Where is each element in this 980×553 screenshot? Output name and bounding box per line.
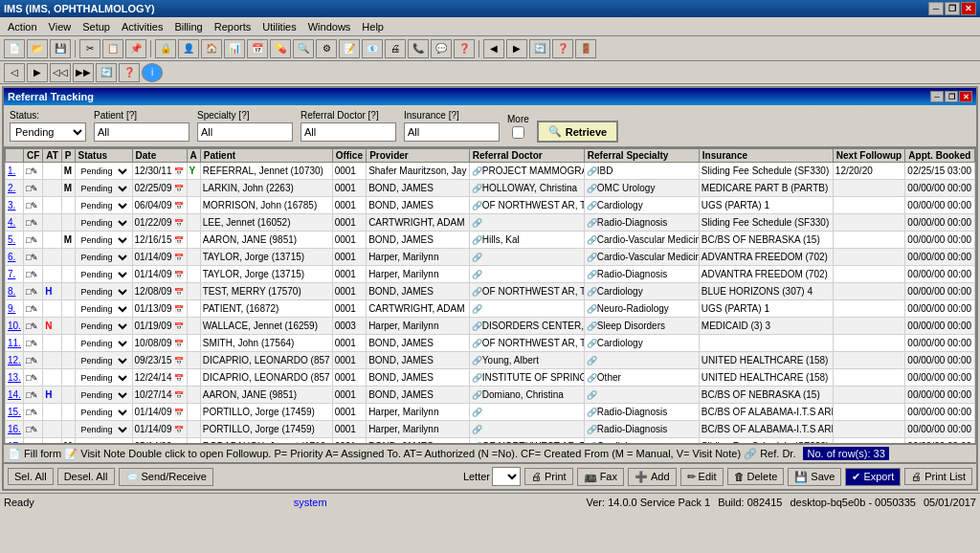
row-num-cell[interactable]: 1. xyxy=(6,163,24,180)
tb-btn12[interactable]: 📞 xyxy=(408,39,429,58)
tb2-btn1[interactable]: ◁ xyxy=(4,63,25,82)
restore-btn[interactable]: ❐ xyxy=(945,2,960,15)
tb2-btn2[interactable]: ▶ xyxy=(27,63,48,82)
status-dropdown[interactable]: Pending xyxy=(78,269,130,280)
fill-form-icon[interactable]: 📄 xyxy=(8,448,21,459)
status-dropdown[interactable]: Pending xyxy=(78,166,130,177)
send-receive-button[interactable]: 📨 Send/Receive xyxy=(119,468,214,486)
menu-view[interactable]: View xyxy=(43,19,78,34)
tb-btn1[interactable]: 🔒 xyxy=(155,39,176,58)
table-row[interactable]: 4. □✎ Pending 01/22/09 📅 LEE, Jennet (16… xyxy=(6,214,975,232)
table-row[interactable]: 9. □✎ Pending 01/13/09 📅 PATIENT, (16872… xyxy=(6,300,975,318)
visit-note-icon[interactable]: 📝 xyxy=(64,448,78,459)
table-row[interactable]: 8. □✎ H Pending 12/08/09 📅 TEST, MERRY (… xyxy=(6,283,975,300)
tb-btn3[interactable]: 🏠 xyxy=(201,39,222,58)
table-row[interactable]: 7. □✎ Pending 01/14/09 📅 TAYLOR, Jorge (… xyxy=(6,266,975,283)
tb-forward[interactable]: ▶ xyxy=(506,39,527,58)
print-list-button[interactable]: 🖨 Print List xyxy=(904,468,972,485)
tb-btn7[interactable]: 🔍 xyxy=(293,39,314,58)
status-dropdown[interactable]: Pending xyxy=(78,355,130,366)
tb-open[interactable]: 📂 xyxy=(27,39,48,58)
window-restore[interactable]: ❐ xyxy=(945,91,958,102)
tb-btn4[interactable]: 📊 xyxy=(224,39,245,58)
row-num-cell[interactable]: 8. xyxy=(6,283,24,300)
insurance-input[interactable] xyxy=(404,122,500,142)
status-dropdown[interactable]: Pending xyxy=(78,303,130,315)
patient-input[interactable] xyxy=(94,122,189,142)
tb-copy[interactable]: 📋 xyxy=(102,39,123,58)
referral-doctor-input[interactable] xyxy=(301,122,396,142)
table-row[interactable]: 15. □✎ Pending 01/14/09 📅 PORTILLO, Jorg… xyxy=(6,404,975,421)
tb-help[interactable]: ❓ xyxy=(552,39,573,58)
status-dropdown[interactable]: Pending xyxy=(78,286,130,298)
delete-button[interactable]: 🗑 Delete xyxy=(727,468,785,485)
menu-action[interactable]: Action xyxy=(2,19,43,34)
tb-logout[interactable]: 🚪 xyxy=(575,39,596,58)
table-row[interactable]: 3. □✎ Pending 06/04/09 📅 MORRISON, John … xyxy=(6,197,975,214)
table-row[interactable]: 16. □✎ Pending 01/14/09 📅 PORTILLO, Jorg… xyxy=(6,421,975,438)
table-row[interactable]: 11. □✎ Pending 10/08/09 📅 SMITH, John (1… xyxy=(6,335,975,352)
more-checkbox[interactable] xyxy=(507,126,529,139)
status-dropdown[interactable]: Pending xyxy=(78,407,130,418)
row-num-cell[interactable]: 6. xyxy=(6,249,24,266)
window-close[interactable]: ✕ xyxy=(959,91,972,102)
status-dropdown[interactable]: Pending xyxy=(78,424,130,435)
table-row[interactable]: 5. □✎ M Pending 12/16/15 📅 AARON, JANE (… xyxy=(6,232,975,249)
row-num-cell[interactable]: 10. xyxy=(6,318,24,335)
desel-all-button[interactable]: Desel. All xyxy=(57,468,115,485)
table-row[interactable]: 1. □✎ M Pending 12/30/11 📅 Y REFERRAL, J… xyxy=(6,163,975,180)
row-num-cell[interactable]: 4. xyxy=(6,214,24,232)
window-minimize[interactable]: ─ xyxy=(930,91,944,102)
export-button[interactable]: ✔ Export xyxy=(845,468,901,486)
close-btn[interactable]: ✕ xyxy=(961,2,976,15)
row-num-cell[interactable]: 5. xyxy=(6,232,24,249)
menu-activities[interactable]: Activities xyxy=(116,19,168,34)
status-dropdown[interactable]: Pending xyxy=(78,372,130,384)
row-num-cell[interactable]: 15. xyxy=(6,404,24,421)
tb-btn10[interactable]: 📧 xyxy=(362,39,383,58)
tb-btn11[interactable]: 🖨 xyxy=(385,39,406,58)
tb-btn2[interactable]: 👤 xyxy=(178,39,199,58)
edit-button[interactable]: ✏ Edit xyxy=(680,468,724,486)
tb2-help[interactable]: ❓ xyxy=(119,63,140,82)
tb2-info[interactable]: i xyxy=(142,63,163,82)
status-select[interactable]: Pending All xyxy=(10,122,86,142)
tb-btn8[interactable]: ⚙ xyxy=(316,39,337,58)
tb2-btn3[interactable]: ◁◁ xyxy=(50,63,71,82)
minimize-btn[interactable]: ─ xyxy=(928,2,944,15)
menu-reports[interactable]: Reports xyxy=(209,19,257,34)
row-num-cell[interactable]: 9. xyxy=(6,300,24,318)
tb2-btn4[interactable]: ▶▶ xyxy=(73,63,94,82)
save-button[interactable]: 💾 Save xyxy=(788,468,841,486)
status-dropdown[interactable]: Pending xyxy=(78,389,130,401)
status-dropdown[interactable]: Pending xyxy=(78,234,130,246)
status-dropdown[interactable]: Pending xyxy=(78,252,130,263)
status-dropdown[interactable]: Pending xyxy=(78,338,130,349)
sel-all-button[interactable]: Sel. All xyxy=(8,468,54,485)
tb-btn6[interactable]: 💊 xyxy=(270,39,291,58)
status-dropdown[interactable]: Pending xyxy=(78,183,130,194)
menu-setup[interactable]: Setup xyxy=(77,19,116,34)
fax-button[interactable]: 📠 Fax xyxy=(577,468,624,486)
tb-new[interactable]: 📄 xyxy=(4,39,25,58)
retrieve-button[interactable]: 🔍 Retrieve xyxy=(537,121,618,143)
table-row[interactable]: 13. □✎ Pending 12/24/14 📅 DICAPRIO, LEON… xyxy=(6,369,975,387)
menu-windows[interactable]: Windows xyxy=(302,19,357,34)
tb2-refresh[interactable]: 🔄 xyxy=(96,63,117,82)
tb-back[interactable]: ◀ xyxy=(483,39,504,58)
tb-btn9[interactable]: 📝 xyxy=(339,39,360,58)
table-row[interactable]: 10. □✎ N Pending 01/19/09 📅 WALLACE, Jen… xyxy=(6,318,975,335)
menu-utilities[interactable]: Utilities xyxy=(256,19,301,34)
tb-btn5[interactable]: 📅 xyxy=(247,39,268,58)
table-row[interactable]: 6. □✎ Pending 01/14/09 📅 TAYLOR, Jorge (… xyxy=(6,249,975,266)
tb-btn13[interactable]: 💬 xyxy=(431,39,452,58)
row-num-cell[interactable]: 16. xyxy=(6,421,24,438)
row-num-cell[interactable]: 13. xyxy=(6,369,24,387)
status-dropdown[interactable]: Pending xyxy=(78,200,130,211)
status-dropdown[interactable]: Pending xyxy=(78,217,130,229)
tb-save[interactable]: 💾 xyxy=(50,39,71,58)
menu-billing[interactable]: Billing xyxy=(168,19,208,34)
tb-paste[interactable]: 📌 xyxy=(125,39,146,58)
specialty-input[interactable] xyxy=(197,122,293,142)
row-num-cell[interactable]: 2. xyxy=(6,180,24,197)
